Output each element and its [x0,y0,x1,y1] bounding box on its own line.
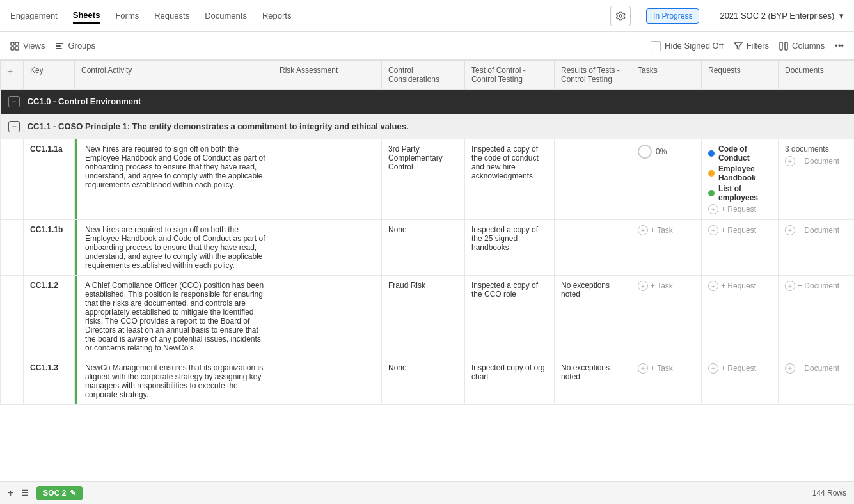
gear-icon [615,11,626,21]
plus-circle-icon: + [785,363,795,374]
plus-circle-icon: + [785,156,795,166]
row-test-cc1-1-2: Inspected a copy of the CCO role [465,276,555,358]
nav-requests[interactable]: Requests [154,8,189,23]
row-considerations-cc1-1-3: None [382,358,465,405]
groups-icon [55,42,64,51]
accent-bar [75,276,77,358]
table-header-row: + Key Control Activity Risk Assessment C… [1,61,855,90]
add-task-button[interactable]: + + Task [638,225,695,235]
key-column-header: Key [24,61,75,90]
add-task-button[interactable]: + + Task [638,363,695,374]
nav-forms[interactable]: Forms [115,8,139,23]
add-document-button[interactable]: + + Document [785,156,854,166]
views-button[interactable]: Views [10,41,45,51]
row-add-cell [1,358,24,405]
row-documents-cc1-1-1a: 3 documents + + Document [779,139,855,220]
add-request-button[interactable]: + + Request [708,225,771,235]
main-table-container: + Key Control Activity Risk Assessment C… [0,60,854,481]
row-key-cc1-1-2: CC1.1.2 [24,276,75,358]
plus-circle-icon: + [708,225,718,235]
row-risk-cc1-1-3 [273,358,382,405]
status-badge[interactable]: In Progress [646,8,699,24]
row-documents-cc1-1-2[interactable]: + + Document [779,276,855,358]
group1-header-row: − CC1.0 - Control Environment [1,90,855,114]
svg-rect-7 [780,42,782,50]
columns-icon [779,42,788,51]
add-document-button[interactable]: + + Document [785,363,854,374]
request-item-1[interactable]: Code of Conduct [708,145,771,162]
tasks-column-header: Tasks [631,61,702,90]
table-row: CC1.1.3 NewCo Management ensures that it… [1,358,855,405]
row-requests-cc1-1-1b[interactable]: + + Request [702,220,779,276]
main-table: + Key Control Activity Risk Assessment C… [0,60,854,405]
add-request-button[interactable]: + + Request [708,363,771,374]
progress-text: 0% [656,147,667,156]
collapse-group2-button[interactable]: − [8,121,20,132]
svg-rect-8 [785,42,787,50]
row-considerations-cc1-1-1a: 3rd Party Complementary Control [382,139,465,220]
green-dot-icon [708,190,715,196]
table-row: CC1.1.1a New hires are required to sign … [1,139,855,220]
row-activity-cc1-1-3: NewCo Management ensures that its organi… [75,358,273,405]
row-risk-cc1-1-2 [273,276,382,358]
row-activity-cc1-1-2: A Chief Compliance Officer (CCO) positio… [75,276,273,358]
progress-indicator: 0% [638,145,695,159]
add-request-button[interactable]: + + Request [708,204,771,214]
row-requests-cc1-1-3[interactable]: + + Request [702,358,779,405]
nav-sheets[interactable]: Sheets [73,8,100,24]
row-tasks-cc1-1-3[interactable]: + + Task [631,358,702,405]
row-tasks-cc1-1-2[interactable]: + + Task [631,276,702,358]
request-item-3[interactable]: List of employees [708,184,771,202]
top-navigation: Engagement Sheets Forms Requests Documen… [0,0,854,32]
accent-bar [75,358,77,404]
row-tasks-cc1-1-1a: 0% [631,139,702,220]
row-activity-cc1-1-1a: New hires are required to sign off on bo… [75,139,273,220]
groups-button[interactable]: Groups [55,41,95,51]
svg-rect-1 [15,42,19,45]
row-add-cell [1,220,24,276]
collapse-group1-button[interactable]: − [8,96,20,107]
add-document-button[interactable]: + + Document [785,281,854,291]
chevron-down-icon[interactable]: ▾ [839,11,844,20]
row-add-cell [1,139,24,220]
add-request-button[interactable]: + + Request [708,281,771,291]
row-documents-cc1-1-1b[interactable]: + + Document [779,220,855,276]
plus-circle-icon: + [708,363,718,374]
row-test-cc1-1-1b: Inspected a copy of the 25 signed handbo… [465,220,555,276]
row-requests-cc1-1-1a[interactable]: Code of Conduct Employee Handbook List o… [702,139,779,220]
checkbox-icon [651,41,661,51]
svg-rect-4 [56,43,63,44]
blue-dot-icon [708,150,715,157]
hide-signed-off-button[interactable]: Hide Signed Off [651,41,724,51]
add-column-header[interactable]: + [1,61,24,90]
row-requests-cc1-1-2[interactable]: + + Request [702,276,779,358]
settings-button[interactable] [610,6,631,26]
filters-button[interactable]: Filters [734,41,769,51]
add-task-button[interactable]: + + Task [638,281,695,291]
plus-circle-icon: + [638,281,648,291]
nav-documents[interactable]: Documents [205,8,247,23]
plus-circle-icon: + [785,281,795,291]
filter-icon [734,42,743,51]
results-column-header: Results of Tests - Control Testing [555,61,631,90]
request-item-2[interactable]: Employee Handbook [708,164,771,182]
nav-engagement[interactable]: Engagement [10,8,58,23]
group1-header-cell: − CC1.0 - Control Environment [1,90,855,114]
row-considerations-cc1-1-2: Fraud Risk [382,276,465,358]
add-document-button[interactable]: + + Document [785,225,854,235]
more-options-button[interactable]: ••• [835,41,844,51]
svg-rect-5 [56,45,61,47]
columns-button[interactable]: Columns [779,41,825,51]
row-results-cc1-1-1a [555,139,631,220]
row-documents-cc1-1-3[interactable]: + + Document [779,358,855,405]
plus-circle-icon: + [785,225,795,235]
nav-reports[interactable]: Reports [262,8,292,23]
accent-bar [75,220,77,275]
plus-circle-icon: + [638,363,648,374]
row-tasks-cc1-1-1b[interactable]: + + Task [631,220,702,276]
plus-circle-icon: + [708,281,718,291]
svg-rect-3 [15,47,19,50]
group2-header-row: − CC1.1 - COSO Principle 1: The entity d… [1,114,855,139]
row-key-cc1-1-1b: CC1.1.1b [24,220,75,276]
row-results-cc1-1-3: No exceptions noted [555,358,631,405]
